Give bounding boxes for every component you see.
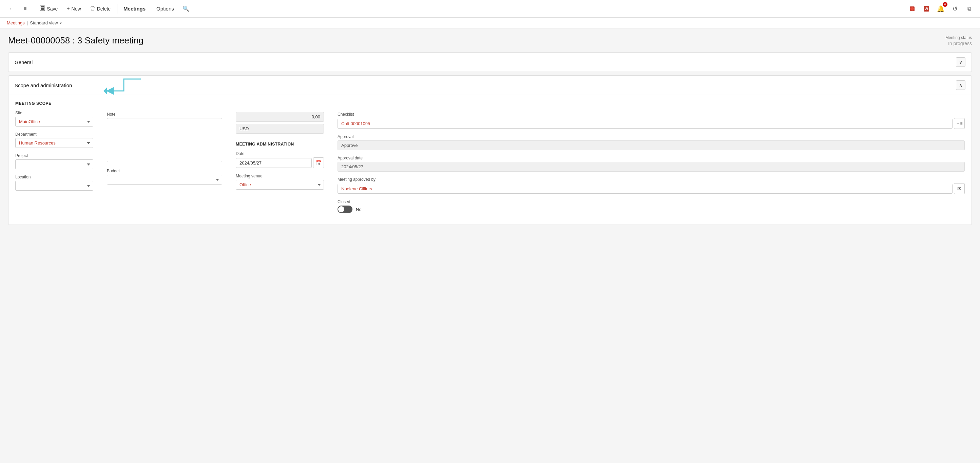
options-menu[interactable]: Options (153, 4, 177, 13)
date-input-row: 📅 (236, 158, 324, 168)
toolbar: ← ≡ Save + New Delete Meetings Options (0, 0, 980, 18)
delete-button[interactable]: Delete (86, 3, 114, 14)
calendar-button[interactable]: 📅 (313, 158, 324, 168)
scope-admin-layout: MEETING SCOPE Site MainOffice Department… (15, 101, 965, 218)
menu-button[interactable]: ≡ (20, 4, 30, 14)
back-icon: ← (9, 6, 14, 12)
closed-group: Closed No (337, 199, 965, 213)
save-label: Save (47, 6, 58, 11)
back-button[interactable]: ← (5, 4, 18, 14)
checklist-block: Checklist →≡ Approval Approve (337, 112, 965, 213)
notification-button[interactable]: 🔔 0 (935, 3, 946, 14)
amount-currency-group: 0,00 USD (236, 112, 324, 134)
approval-date-group: Approval date 2024/05/27 (337, 156, 965, 172)
date-label: Date (236, 151, 324, 156)
standard-view-label: Standard view (30, 20, 58, 25)
delete-label: Delete (97, 6, 111, 11)
svg-rect-4 (92, 6, 94, 7)
amount-admin-column: 0,00 USD MEETING ADMINISTRATION Date 📅 (236, 101, 324, 218)
approved-by-value: Noelene Cilliers (337, 184, 953, 194)
location-group: Location (15, 175, 93, 191)
meeting-scope-column: MEETING SCOPE Site MainOffice Department… (15, 101, 93, 218)
location-label: Location (15, 175, 93, 180)
note-group: Note (107, 112, 222, 163)
project-label: Project (15, 153, 93, 158)
divider-2 (117, 4, 118, 14)
department-group: Department Human Resources (15, 132, 93, 148)
chevron-down-icon: ∨ (59, 21, 62, 25)
note-textarea[interactable] (107, 118, 222, 162)
meeting-venue-select[interactable]: Office (236, 180, 324, 189)
meeting-scope-title: MEETING SCOPE (15, 101, 93, 106)
approval-value: Approve (337, 140, 965, 150)
window-button[interactable]: ⧉ (964, 3, 975, 14)
closed-toggle[interactable] (337, 205, 352, 213)
meeting-admin-block: MEETING ADMINISTRATION Date 📅 M (236, 142, 324, 189)
diamond-button[interactable] (907, 3, 918, 14)
checklist-nav-button[interactable]: →≡ (954, 118, 965, 129)
site-label: Site (15, 111, 93, 115)
approval-label: Approval (337, 134, 965, 139)
refresh-icon: ↺ (953, 5, 958, 13)
save-button[interactable]: Save (36, 3, 61, 14)
toggle-no-label: No (356, 207, 362, 212)
breadcrumb-separator: | (27, 20, 28, 25)
calendar-icon: 📅 (316, 160, 321, 165)
general-toggle-btn[interactable]: ∨ (956, 57, 966, 67)
new-plus-icon: + (67, 6, 70, 12)
divider-1 (33, 4, 33, 14)
checklist-input[interactable] (337, 119, 953, 129)
status-block: Meeting status In progress (945, 35, 972, 46)
budget-select[interactable] (107, 175, 222, 185)
window-icon: ⧉ (967, 6, 971, 12)
standard-view-dropdown[interactable]: Standard view ∨ (30, 20, 62, 25)
new-button[interactable]: + New (63, 4, 84, 14)
mail-button[interactable]: ✉ (954, 183, 965, 194)
search-icon: 🔍 (183, 5, 189, 12)
budget-label: Budget (107, 169, 222, 173)
approved-by-input-row: Noelene Cilliers ✉ (337, 183, 965, 194)
meeting-status-value: In progress (945, 41, 972, 46)
date-input[interactable] (236, 158, 312, 168)
project-group: Project (15, 153, 93, 169)
scope-admin-toggle-btn[interactable]: ∧ (956, 80, 966, 90)
department-select[interactable]: Human Resources (15, 138, 93, 148)
meeting-venue-label: Meeting venue (236, 173, 324, 178)
approved-by-label: Meeting approved by (337, 177, 965, 182)
save-icon (40, 5, 45, 12)
meeting-admin-title: MEETING ADMINISTRATION (236, 142, 324, 146)
mail-icon: ✉ (957, 186, 961, 191)
project-select[interactable] (15, 159, 93, 169)
svg-rect-2 (41, 8, 44, 10)
page-title: Meet-00000058 : 3 Safety meeting (8, 35, 143, 46)
page-content: Meet-00000058 : 3 Safety meeting Meeting… (0, 29, 980, 458)
approval-date-value: 2024/05/27 (337, 162, 965, 172)
closed-label: Closed (337, 199, 965, 204)
list-arrow-icon: →≡ (956, 121, 963, 126)
date-group: Date 📅 (236, 151, 324, 168)
svg-rect-1 (41, 6, 44, 8)
general-accordion-header[interactable]: General ∨ (8, 53, 972, 72)
approved-by-group: Meeting approved by Noelene Cilliers ✉ (337, 177, 965, 194)
location-select[interactable] (15, 181, 93, 191)
site-select[interactable]: MainOffice (15, 117, 93, 127)
meeting-status-label: Meeting status (945, 35, 972, 40)
checklist-group: Checklist →≡ (337, 112, 965, 129)
checklist-column: Checklist →≡ Approval Approve (337, 101, 965, 218)
search-button[interactable]: 🔍 (179, 3, 193, 14)
delete-icon (90, 5, 95, 12)
checklist-label: Checklist (337, 112, 965, 117)
svg-text:W: W (925, 7, 928, 11)
chevron-up-icon: ∧ (959, 83, 963, 88)
site-group: Site MainOffice (15, 111, 93, 127)
toolbar-right: W 🔔 0 ↺ ⧉ (907, 3, 975, 14)
office-button[interactable]: W (921, 3, 932, 14)
budget-group: Budget (107, 169, 222, 185)
note-budget-column: Note Budget (107, 101, 222, 218)
meetings-menu[interactable]: Meetings (120, 4, 149, 13)
page-header: Meet-00000058 : 3 Safety meeting Meeting… (8, 35, 972, 46)
scope-admin-accordion-header[interactable]: Scope and administration ∧ (8, 76, 972, 95)
breadcrumb-bar: Meetings | Standard view ∨ (0, 18, 980, 29)
breadcrumb-meetings-link[interactable]: Meetings (7, 20, 25, 25)
refresh-button[interactable]: ↺ (950, 3, 960, 14)
